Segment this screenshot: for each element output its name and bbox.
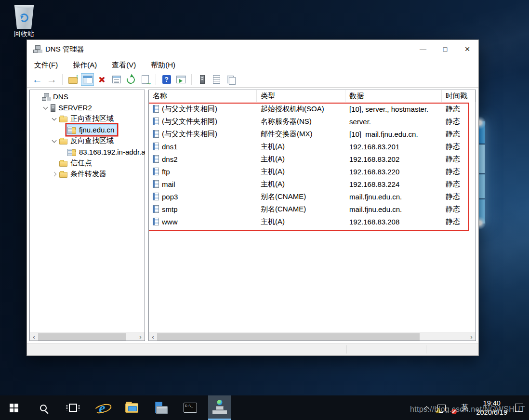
record-cell-2: [10], server., hostmaster. [345, 105, 442, 113]
forward-button[interactable] [45, 73, 58, 86]
tree-item-SERVER2[interactable]: SERVER2 [30, 102, 145, 113]
table-row[interactable]: dns1主机(A)192.168.83.201静态 [149, 140, 476, 153]
expander-icon[interactable] [41, 104, 49, 112]
refresh-icon [126, 75, 136, 85]
server-icon [51, 104, 55, 112]
table-row[interactable]: (与父文件夹相同)名称服务器(NS)server.静态 [149, 115, 476, 128]
copy-button[interactable] [225, 73, 238, 86]
maximize-button[interactable]: □ [434, 40, 456, 58]
recycle-bin-icon[interactable]: 回收站 [9, 4, 40, 39]
record-name: mail [162, 180, 175, 188]
scroll-left-arrow[interactable]: ‹ [30, 333, 38, 341]
back-button[interactable] [31, 73, 44, 86]
new-window-icon [176, 76, 186, 83]
list-icon [213, 75, 220, 84]
taskbar-task-view-button[interactable] [61, 395, 84, 420]
show-console-tree-button[interactable] [81, 73, 94, 86]
watermark: https://blog.csdn.net/NOWSHUT [410, 405, 525, 414]
folder-icon [59, 139, 67, 144]
table-row[interactable]: (与父文件夹相同)邮件交换器(MX)[10] mail.fjnu.edu.cn.… [149, 128, 476, 140]
taskbar-search-button[interactable] [32, 395, 55, 420]
taskbar-dns-manager-button[interactable] [208, 395, 231, 420]
record-name-cell: pop3 [149, 193, 257, 201]
column-header-0[interactable]: 名称 [149, 90, 257, 102]
server-button[interactable] [196, 73, 209, 86]
record-cell-1: 主机(A) [257, 217, 345, 226]
tree-item-正向查找区域[interactable]: 正向查找区域 [30, 113, 145, 124]
record-name: (与父文件夹相同) [162, 105, 217, 114]
delete-button[interactable] [95, 73, 108, 86]
zone-icon [68, 128, 76, 134]
tree-item-fjnu.edu.cn[interactable]: fjnu.edu.cn [30, 124, 145, 135]
tree-item-83.168.192.in-addr.a[interactable]: 83.168.192.in-addr.a [30, 146, 145, 158]
dns-root-icon [42, 93, 50, 101]
record-cell-3: 静态 [442, 130, 476, 139]
record-cell-1: 别名(CNAME) [257, 192, 345, 201]
table-row[interactable]: dns2主机(A)192.168.83.202静态 [149, 153, 476, 165]
table-row[interactable]: www主机(A)192.168.83.208静态 [149, 215, 476, 228]
taskbar-internet-explorer-button[interactable] [91, 395, 114, 420]
taskbar-file-explorer-button[interactable] [120, 395, 143, 420]
close-button[interactable]: × [456, 40, 478, 58]
title-bar[interactable]: DNS 管理器 — □ × [27, 40, 478, 58]
table-row[interactable]: ftp主机(A)192.168.83.220静态 [149, 165, 476, 178]
list-button[interactable] [210, 73, 223, 86]
up-folder-icon [68, 75, 79, 85]
desktop: 回收站 DNS 管理器 — □ × 文件(F)操作(A)查看(V)帮助(H) D… [0, 0, 529, 420]
record-icon [153, 105, 159, 113]
menu-item-2[interactable]: 查看(V) [112, 61, 136, 70]
tree-node-body: DNS [40, 91, 71, 102]
scrollbar-thumb[interactable] [157, 333, 420, 341]
column-header-1[interactable]: 类型 [257, 90, 345, 102]
expander-spacer [59, 148, 66, 156]
record-cell-2: 192.168.83.202 [345, 155, 442, 163]
export-list-button[interactable] [139, 73, 152, 86]
wallpaper-glow-edge [478, 121, 485, 223]
help-button[interactable] [160, 73, 173, 86]
record-icon [153, 118, 159, 125]
table-row[interactable]: smtp别名(CNAME)mail.fjnu.edu.cn.静态 [149, 203, 476, 215]
record-cell-2: 192.168.83.201 [345, 143, 442, 151]
scroll-right-arrow[interactable]: › [467, 333, 476, 341]
zone-icon [68, 150, 76, 156]
expander-icon[interactable] [50, 137, 58, 145]
record-name-cell: (与父文件夹相同) [149, 117, 257, 126]
expander-icon[interactable] [50, 115, 58, 123]
tree-item-条件转发器[interactable]: 条件转发器 [30, 169, 145, 180]
column-header-2[interactable]: 数据 [345, 90, 442, 102]
list-header: 名称类型数据时间戳 [149, 90, 476, 102]
scroll-left-arrow[interactable]: ‹ [149, 333, 157, 341]
list-horizontal-scrollbar[interactable]: ‹ › [149, 332, 476, 341]
tree-node-body: SERVER2 [49, 102, 95, 113]
minimize-button[interactable]: — [412, 40, 434, 58]
record-cell-3: 静态 [442, 142, 476, 151]
table-row[interactable]: (与父文件夹相同)起始授权机构(SOA)[10], server., hostm… [149, 103, 476, 115]
tree-horizontal-scrollbar[interactable]: ‹ › [30, 332, 145, 341]
properties-icon [112, 76, 121, 83]
tree-item-label: SERVER2 [58, 104, 92, 112]
menu-item-3[interactable]: 帮助(H) [151, 61, 175, 70]
start-icon [10, 404, 18, 412]
menu-item-1[interactable]: 操作(A) [73, 61, 97, 70]
status-separator [346, 345, 347, 354]
taskbar-start-button[interactable] [2, 395, 26, 420]
expander-icon[interactable] [50, 171, 58, 178]
tree-item-信任点[interactable]: 信任点 [30, 158, 145, 169]
toolbar [27, 72, 478, 88]
table-row[interactable]: mail主机(A)192.168.83.224静态 [149, 178, 476, 190]
scrollbar-thumb[interactable] [38, 333, 126, 341]
tree-item-DNS[interactable]: DNS [30, 91, 145, 102]
record-cell-2: 192.168.83.208 [345, 218, 442, 226]
taskbar-server-manager-button[interactable] [149, 395, 172, 420]
up-folder-button[interactable] [66, 73, 79, 86]
column-header-3[interactable]: 时间戳 [442, 90, 476, 102]
scroll-right-arrow[interactable]: › [136, 333, 145, 341]
new-window-button[interactable] [174, 73, 187, 86]
table-row[interactable]: pop3别名(CNAME)mail.fjnu.edu.cn.静态 [149, 190, 476, 203]
refresh-button[interactable] [124, 73, 137, 86]
taskbar-command-prompt-button[interactable] [179, 395, 202, 420]
tree-item-反向查找区域[interactable]: 反向查找区域 [30, 135, 145, 146]
record-name-cell: (与父文件夹相同) [149, 130, 257, 139]
menu-item-0[interactable]: 文件(F) [34, 61, 58, 70]
properties-button[interactable] [110, 73, 123, 86]
